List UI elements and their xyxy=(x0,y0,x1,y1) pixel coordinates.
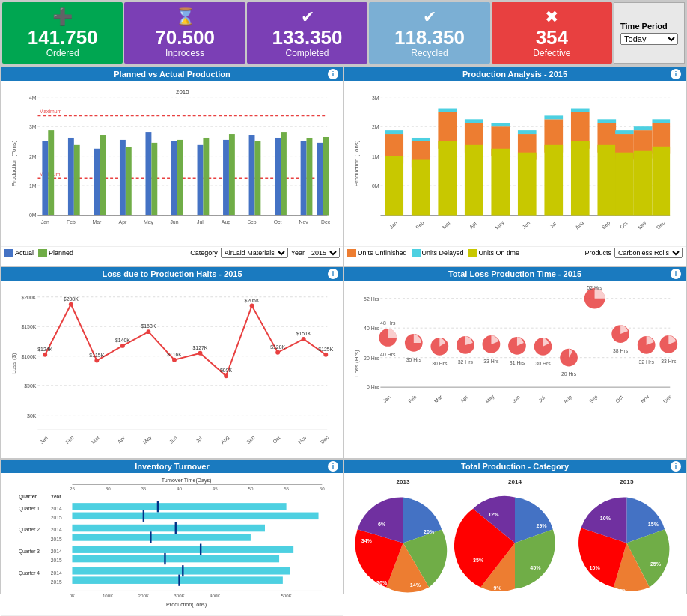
info-icon-loss-time[interactable]: i xyxy=(671,269,681,279)
kpi-completed: ✔ 133.350 Completed xyxy=(247,2,367,64)
svg-text:200K: 200K xyxy=(138,593,150,598)
svg-text:Apr: Apr xyxy=(119,219,127,225)
svg-rect-92 xyxy=(615,153,634,216)
ordered-value: 141.750 xyxy=(28,27,98,49)
year-select-planned[interactable]: 2015 xyxy=(308,248,340,258)
svg-rect-88 xyxy=(597,119,616,123)
svg-text:Dec: Dec xyxy=(320,434,330,445)
svg-rect-226 xyxy=(72,525,265,532)
svg-rect-32 xyxy=(249,135,255,216)
svg-rect-31 xyxy=(229,134,235,216)
svg-text:2M: 2M xyxy=(372,124,379,129)
svg-rect-86 xyxy=(571,141,590,216)
year-label-planned: Year xyxy=(291,249,305,257)
recycled-value: 118.350 xyxy=(394,27,465,49)
svg-text:Turnover Time(Days): Turnover Time(Days) xyxy=(162,478,212,484)
production-analysis-chart: Production (Tons) 3M 2M 1M 0M xyxy=(347,82,683,245)
products-select[interactable]: Carbonless Rolls xyxy=(614,248,683,258)
svg-rect-236 xyxy=(72,555,279,563)
legend-actual: Actual xyxy=(15,249,34,257)
svg-point-129 xyxy=(198,351,203,356)
svg-text:0M: 0M xyxy=(29,213,37,219)
svg-text:Jul: Jul xyxy=(537,394,546,403)
svg-text:2014: 2014 xyxy=(51,549,62,554)
kpi-bar: ➕ 141.750 Ordered ⌛ 70.500 Inprocess ✔ 1… xyxy=(0,0,687,66)
svg-point-174 xyxy=(457,336,474,354)
svg-text:Jun: Jun xyxy=(168,435,178,445)
svg-text:Mar: Mar xyxy=(442,219,452,230)
svg-text:Oct: Oct xyxy=(614,394,624,404)
svg-rect-39 xyxy=(323,137,329,216)
svg-text:20 Hrs: 20 Hrs xyxy=(364,356,379,361)
kpi-recycled: ✔ 118.350 Recycled xyxy=(369,2,489,64)
svg-text:48 Hrs: 48 Hrs xyxy=(380,320,396,326)
defective-icon: ✖ xyxy=(545,7,558,27)
svg-point-123 xyxy=(43,353,47,357)
svg-text:2014: 2014 xyxy=(51,527,62,532)
info-icon-analysis[interactable]: i xyxy=(671,69,681,79)
svg-text:40: 40 xyxy=(177,486,182,491)
svg-rect-91 xyxy=(615,130,634,134)
svg-rect-38 xyxy=(317,143,323,216)
svg-text:Aug: Aug xyxy=(219,435,230,445)
svg-text:$127K: $127K xyxy=(193,345,208,350)
svg-rect-33 xyxy=(254,141,260,216)
svg-text:Jul: Jul xyxy=(549,221,558,230)
inprocess-value: 70.500 xyxy=(155,27,215,49)
recycled-icon: ✔ xyxy=(423,7,436,27)
svg-rect-82 xyxy=(544,115,563,119)
panel-inventory-turnover: Inventory Turnover i Turnover Time(Days)… xyxy=(1,460,343,616)
info-icon-inventory[interactable]: i xyxy=(328,461,338,472)
svg-text:Mar: Mar xyxy=(433,394,444,404)
svg-rect-25 xyxy=(151,143,157,216)
svg-rect-233 xyxy=(72,546,293,553)
info-icon-loss-halts[interactable]: i xyxy=(328,269,338,279)
svg-text:Quarter 2: Quarter 2 xyxy=(19,527,40,533)
svg-text:52 Hrs: 52 Hrs xyxy=(587,285,602,290)
svg-text:May: May xyxy=(485,394,496,405)
svg-text:$100K: $100K xyxy=(21,354,36,359)
svg-text:31 Hrs: 31 Hrs xyxy=(510,360,525,365)
svg-text:100K: 100K xyxy=(103,593,114,598)
info-icon-total-prod[interactable]: i xyxy=(671,461,681,472)
svg-rect-17 xyxy=(48,130,54,215)
svg-text:Sep: Sep xyxy=(245,435,256,445)
svg-text:Jan: Jan xyxy=(41,219,49,225)
svg-text:Mar: Mar xyxy=(92,219,102,225)
svg-text:38 Hrs: 38 Hrs xyxy=(613,348,629,353)
kpi-defective: ✖ 354 Defective xyxy=(492,2,612,64)
svg-text:Apr: Apr xyxy=(459,394,470,404)
panel-total-production-category: Total Production - Category i 2013 2014 … xyxy=(344,460,686,616)
svg-text:Dec: Dec xyxy=(656,219,666,230)
svg-text:Feb: Feb xyxy=(415,220,424,230)
ordered-icon: ➕ xyxy=(52,7,73,27)
svg-rect-219 xyxy=(72,503,286,510)
svg-text:Loss (Hrs): Loss (Hrs) xyxy=(353,350,360,377)
svg-text:$124K: $124K xyxy=(37,347,52,352)
svg-rect-77 xyxy=(491,149,510,216)
svg-text:Feb: Feb xyxy=(407,394,417,403)
svg-rect-20 xyxy=(94,149,100,216)
svg-text:$200K: $200K xyxy=(21,295,36,300)
svg-rect-16 xyxy=(42,141,48,216)
recycled-label: Recycled xyxy=(411,48,448,58)
info-icon-planned[interactable]: i xyxy=(328,69,338,79)
svg-rect-18 xyxy=(68,138,74,216)
svg-text:Production (Tons): Production (Tons) xyxy=(353,140,360,186)
svg-text:Oct: Oct xyxy=(619,220,629,230)
svg-point-130 xyxy=(224,373,228,378)
svg-text:Nov: Nov xyxy=(299,219,308,225)
svg-text:Feb: Feb xyxy=(64,435,74,445)
time-period-select[interactable]: Today This Week This Month xyxy=(620,33,678,45)
planned-vs-actual-chart: Production (Tons) Maximum Minimum 4M 3M … xyxy=(4,82,340,245)
category-select-planned[interactable]: AirLaid Materials xyxy=(221,248,288,258)
svg-text:35: 35 xyxy=(141,486,146,491)
svg-text:35 Hrs: 35 Hrs xyxy=(406,357,422,362)
svg-text:Quarter: Quarter xyxy=(19,494,37,500)
svg-text:2015: 2015 xyxy=(51,537,62,542)
svg-text:Quarter 1: Quarter 1 xyxy=(19,506,40,512)
svg-text:3M: 3M xyxy=(372,95,379,100)
svg-point-128 xyxy=(172,358,177,362)
svg-rect-97 xyxy=(652,119,670,123)
legend-unfinished: Units Unfinished xyxy=(358,249,407,257)
